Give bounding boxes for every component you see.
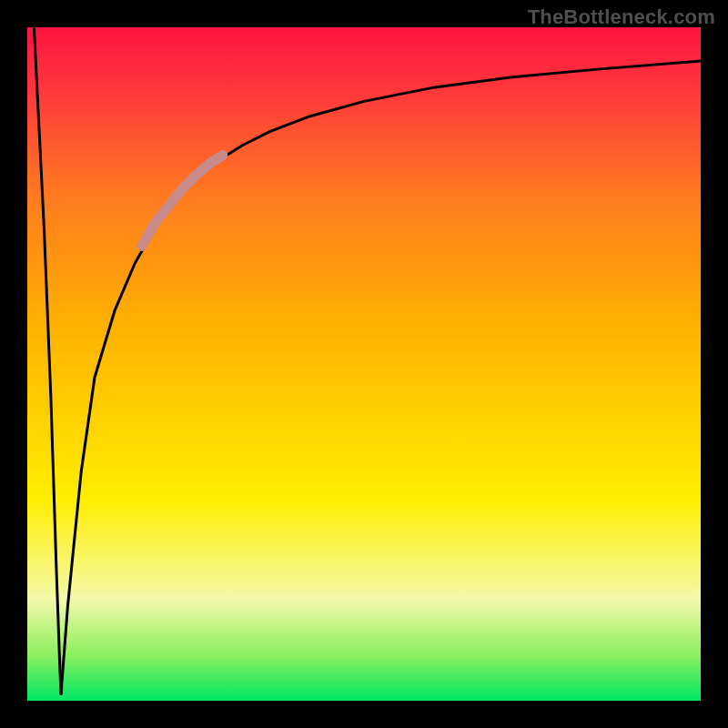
chart-root: TheBottleneck.com bbox=[0, 0, 728, 728]
gradient-background bbox=[27, 27, 701, 701]
watermark-text: TheBottleneck.com bbox=[528, 5, 715, 29]
plot-area bbox=[27, 27, 701, 701]
chart-svg bbox=[27, 27, 701, 701]
